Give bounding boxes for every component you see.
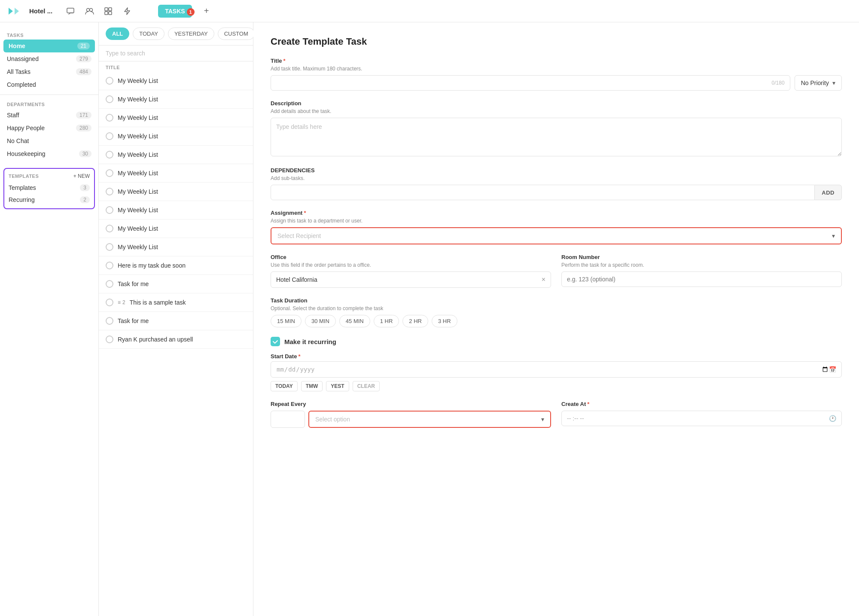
sidebar-item-unassigned[interactable]: Unassigned 279 [0,52,98,65]
task-checkbox[interactable] [106,95,113,103]
dependencies-sublabel: Add sub-tasks. [271,175,842,181]
sidebar-item-housekeeping[interactable]: Housekeeping 30 [0,147,98,160]
repeat-number-input[interactable] [271,411,305,428]
add-icon[interactable]: + [201,5,213,17]
office-clear-button[interactable]: × [542,276,545,284]
task-checkbox[interactable] [106,262,113,269]
people-icon[interactable] [84,6,94,16]
list-item[interactable]: ≡ 2 This is a sample task [99,293,253,312]
list-item[interactable]: My Weekly List [99,201,253,220]
task-checkbox[interactable] [106,280,113,288]
list-item[interactable]: My Weekly List [99,72,253,90]
start-date-label: Start Date * [271,353,842,360]
chevron-down-icon: ▾ [832,79,835,86]
sidebar-item-recurring[interactable]: Recurring 2 [4,194,94,206]
assignment-select[interactable]: Select Recipient ▾ [271,227,842,244]
task-checkbox[interactable] [106,225,113,232]
list-item[interactable]: Ryan K purchased an upsell [99,330,253,349]
add-dependency-button[interactable]: ADD [815,185,842,200]
priority-select[interactable]: No Priority ▾ [795,75,842,91]
templates-section-header: TEMPLATES + NEW [4,171,94,182]
sidebar-item-happy-people[interactable]: Happy People 280 [0,122,98,134]
duration-label: Task Duration [271,297,842,304]
search-input[interactable] [106,50,246,57]
filter-custom-button[interactable]: CUSTOM [218,27,255,40]
quick-date-buttons: TODAY TMW YEST CLEAR [271,381,842,391]
duration-45min[interactable]: 45 MIN [339,315,370,327]
topbar: Hotel ... TASKS 1 + [0,0,859,22]
start-date-section: Start Date * 📅 TODAY TMW YEST CLEAR [271,353,842,391]
duration-30min[interactable]: 30 MIN [305,315,336,327]
repeat-select-placeholder: Select option [315,416,350,423]
create-at-wrapper: Create At * -- :-- -- 🕐 [561,401,842,428]
task-checkbox[interactable] [106,299,113,306]
room-sublabel: Perform the task for a specific room. [561,262,842,268]
list-item[interactable]: Here is my task due soon [99,256,253,275]
list-item[interactable]: My Weekly List [99,127,253,146]
list-item[interactable]: My Weekly List [99,90,253,109]
task-checkbox[interactable] [106,151,113,159]
duration-2hr[interactable]: 2 HR [402,315,428,327]
new-template-button[interactable]: + NEW [73,173,90,179]
filter-yesterday-button[interactable]: YESTERDAY [168,27,214,40]
sidebar-item-all-tasks[interactable]: All Tasks 484 [0,65,98,78]
dependencies-label: DEPENDENCIES [271,167,842,174]
task-checkbox[interactable] [106,77,113,85]
task-checkbox[interactable] [106,188,113,195]
svg-rect-2 [67,8,74,13]
list-item[interactable]: Task for me [99,275,253,293]
room-field-wrapper: Room Number Perform the task for a speci… [561,254,842,288]
sidebar-item-home[interactable]: Home 21 [3,40,95,52]
office-field-wrapper: Office Use this field if the order perta… [271,254,551,288]
sidebar-item-templates[interactable]: Templates 3 [4,182,94,194]
grid-icon[interactable] [103,6,113,16]
svg-rect-5 [105,8,108,11]
priority-label: No Priority [801,79,829,86]
clock-icon[interactable]: 🕐 [829,415,836,422]
chat-icon[interactable] [65,6,76,16]
filter-today-button[interactable]: TODAY [133,27,164,40]
sidebar-item-completed[interactable]: Completed [0,78,98,91]
list-item[interactable]: My Weekly List [99,146,253,164]
today-button[interactable]: TODAY [271,381,298,391]
dependencies-input[interactable] [271,185,815,200]
filter-all-button[interactable]: ALL [106,27,129,40]
list-item[interactable]: My Weekly List [99,238,253,256]
duration-sublabel: Optional. Select the duration to complet… [271,305,842,311]
repeat-select[interactable]: Select option ▾ [308,411,551,428]
list-item[interactable]: My Weekly List [99,183,253,201]
list-item[interactable]: My Weekly List [99,109,253,127]
topbar-icons [65,6,132,16]
bolt-icon[interactable] [122,6,132,16]
svg-marker-1 [15,8,19,15]
clear-date-button[interactable]: CLEAR [353,381,380,391]
duration-3hr[interactable]: 3 HR [432,315,457,327]
duration-1hr[interactable]: 1 HR [374,315,399,327]
start-date-input[interactable] [276,366,829,373]
list-item[interactable]: My Weekly List [99,164,253,183]
task-checkbox[interactable] [106,317,113,325]
subtask-indicator: ≡ 2 [118,299,125,305]
task-checkbox[interactable] [106,132,113,140]
task-checkbox[interactable] [106,206,113,214]
recurring-checkbox[interactable] [271,337,280,346]
task-checkbox[interactable] [106,114,113,122]
task-checkbox[interactable] [106,335,113,343]
task-checkbox[interactable] [106,243,113,251]
notification-badge: 1 [187,8,195,16]
task-checkbox[interactable] [106,169,113,177]
tomorrow-button[interactable]: TMW [301,381,323,391]
description-input[interactable] [271,118,842,156]
yesterday-button[interactable]: YEST [326,381,349,391]
repeat-create-row: Repeat Every Select option ▾ Create At *… [271,401,842,428]
sidebar-item-staff[interactable]: Staff 171 [0,109,98,122]
sidebar-divider-1 [0,95,98,95]
left-sidebar: TASKS Home 21 Unassigned 279 All Tasks 4… [0,22,99,616]
list-item[interactable]: Task for me [99,312,253,330]
title-input[interactable] [276,79,772,86]
list-item[interactable]: My Weekly List [99,220,253,238]
duration-15min[interactable]: 15 MIN [271,315,302,327]
sidebar-item-no-chat[interactable]: No Chat [0,134,98,147]
calendar-icon[interactable]: 📅 [829,366,836,373]
room-input[interactable] [561,271,842,287]
